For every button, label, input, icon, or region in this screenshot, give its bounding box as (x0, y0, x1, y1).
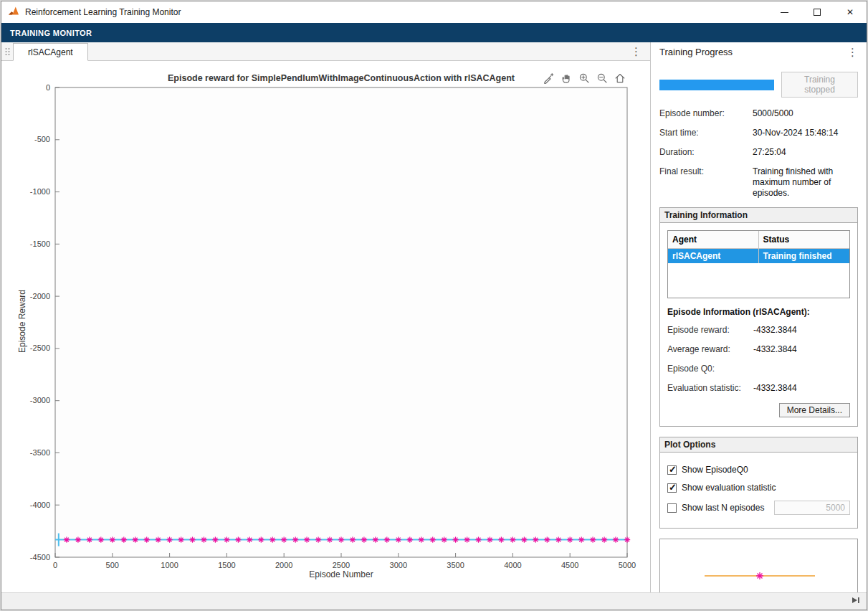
option-label: Show EpisodeQ0 (682, 465, 748, 475)
field-label: Evaluation statistic: (667, 383, 753, 393)
show-last-n-episodes-checkbox[interactable] (667, 503, 677, 513)
field-label: Episode Q0: (667, 364, 753, 374)
maximize-button[interactable] (801, 1, 834, 23)
svg-text:500: 500 (106, 561, 119, 569)
minimize-button[interactable] (768, 1, 801, 23)
option-show-evaluation-statistic: Show evaluation statistic (667, 483, 850, 493)
field-value: 27:25:04 (753, 147, 786, 158)
cell-status: Training finished (759, 249, 850, 263)
minimize-icon (781, 12, 788, 13)
svg-text:1500: 1500 (218, 561, 235, 569)
svg-text:3500: 3500 (447, 561, 464, 569)
table-row[interactable]: rlSACAgent Training finished (668, 249, 849, 263)
field-value: -4332.3844 (753, 383, 797, 393)
show-episodeq0-checkbox[interactable] (667, 465, 677, 475)
grip-dots-icon (5, 47, 10, 56)
brush-icon[interactable] (542, 72, 555, 85)
plot-options-body: Show EpisodeQ0 Show evaluation statistic… (660, 453, 857, 528)
table-empty-area (668, 263, 849, 298)
plot-options-header: Plot Options (660, 437, 857, 453)
column-header-status: Status (759, 231, 850, 248)
svg-text:0: 0 (53, 561, 57, 569)
field-final-result: Final result: Training finished with max… (659, 166, 858, 199)
plot-ylabel: Episode Reward (17, 214, 27, 429)
svg-text:1000: 1000 (161, 561, 178, 569)
field-episode-reward: Episode reward: -4332.3844 (667, 325, 850, 335)
training-stopped-button[interactable]: Training stopped (781, 72, 858, 98)
window-controls: ✕ (768, 1, 867, 23)
svg-text:5000: 5000 (619, 561, 636, 569)
zoom-out-icon[interactable] (596, 72, 609, 85)
table-header-row: Agent Status (668, 231, 849, 249)
svg-text:-3000: -3000 (30, 396, 50, 404)
legend-preview-plot (660, 539, 859, 592)
option-show-episodeq0: Show EpisodeQ0 (667, 465, 850, 475)
field-episode-number: Episode number: 5000/5000 (659, 108, 858, 119)
field-label: Final result: (659, 166, 753, 176)
field-label: Duration: (659, 147, 753, 157)
close-button[interactable]: ✕ (834, 1, 867, 23)
zoom-in-icon[interactable] (578, 72, 591, 85)
field-value: -4332.3844 (753, 325, 797, 335)
home-icon[interactable] (614, 72, 626, 85)
panel-kebab-icon[interactable]: ⋮ (839, 47, 867, 57)
last-n-episodes-input[interactable] (774, 501, 850, 515)
figure-area: 0-500-1000-1500-2000-2500-3000-3500-4000… (1, 61, 650, 592)
column-header-agent: Agent (668, 231, 759, 248)
titlebar: Reinforcement Learning Training Monitor … (1, 1, 867, 23)
field-evaluation-statistic: Evaluation statistic: -4332.3844 (667, 383, 850, 393)
field-value: 30-Nov-2024 15:48:14 (753, 128, 838, 138)
more-details-row: More Details... (667, 403, 850, 417)
field-start-time: Start time: 30-Nov-2024 15:48:14 (659, 128, 858, 138)
svg-text:-4000: -4000 (30, 501, 50, 509)
skip-to-end-icon[interactable] (851, 595, 861, 608)
svg-text:-4500: -4500 (30, 553, 50, 562)
document-area: rlSACAgent ⋮ 0-500-1000-1500-2000-2500-3… (1, 42, 651, 592)
document-kebab-icon[interactable]: ⋮ (622, 46, 650, 57)
svg-text:-3500: -3500 (30, 448, 50, 457)
svg-text:4500: 4500 (561, 561, 578, 569)
tab-rlsacagent[interactable]: rlSACAgent (13, 43, 88, 61)
progress-row: Training stopped (659, 72, 858, 98)
training-progress-panel: Training Progress ⋮ Training stopped Epi… (651, 42, 867, 592)
panel-header: Training Progress ⋮ (651, 42, 867, 61)
field-label: Episode number: (659, 108, 753, 118)
panel-title: Training Progress (659, 47, 733, 57)
episode-information-header: Episode Information (rlSACAgent): (667, 307, 850, 317)
matlab-logo-icon (8, 5, 19, 19)
svg-text:3000: 3000 (390, 561, 407, 569)
statusbar (1, 592, 867, 610)
main-area: rlSACAgent ⋮ 0-500-1000-1500-2000-2500-3… (1, 42, 867, 592)
svg-text:-2000: -2000 (30, 292, 50, 300)
svg-text:-1000: -1000 (30, 187, 50, 196)
plot-xlabel: Episode Number (55, 569, 627, 579)
field-average-reward: Average reward: -4332.3844 (667, 344, 850, 354)
reward-plot[interactable]: 0-500-1000-1500-2000-2500-3000-3500-4000… (1, 61, 650, 594)
option-label: Show last N episodes (682, 503, 764, 513)
more-details-button[interactable]: More Details... (779, 403, 850, 417)
window-title: Reinforcement Learning Training Monitor (25, 7, 181, 17)
progress-bar-fill (659, 80, 774, 90)
field-label: Start time: (659, 128, 753, 138)
axes-toolbar (542, 72, 626, 85)
tab-drag-handle[interactable] (1, 42, 13, 60)
field-label: Episode reward: (667, 325, 753, 335)
pan-hand-icon[interactable] (560, 72, 573, 85)
option-label: Show evaluation statistic (682, 483, 776, 493)
field-duration: Duration: 27:25:04 (659, 147, 858, 158)
app-window: Reinforcement Learning Training Monitor … (1, 1, 867, 610)
ribbon-tab-training-monitor[interactable]: TRAINING MONITOR (10, 29, 92, 37)
svg-text:-2500: -2500 (30, 344, 50, 352)
ribbon: TRAINING MONITOR (1, 23, 867, 42)
document-tabbar: rlSACAgent ⋮ (1, 42, 650, 61)
progress-bar (659, 80, 774, 90)
svg-text:-1500: -1500 (30, 240, 50, 248)
svg-text:2500: 2500 (333, 561, 350, 569)
option-show-last-n-episodes: Show last N episodes (667, 501, 850, 515)
svg-text:-500: -500 (34, 135, 50, 143)
show-evaluation-statistic-checkbox[interactable] (667, 483, 677, 493)
maximize-icon (814, 9, 821, 16)
field-value: Training finished with maximum number of… (753, 166, 858, 199)
training-information-section: Training Information Agent Status rlSACA… (659, 207, 858, 427)
svg-text:4000: 4000 (504, 561, 521, 569)
